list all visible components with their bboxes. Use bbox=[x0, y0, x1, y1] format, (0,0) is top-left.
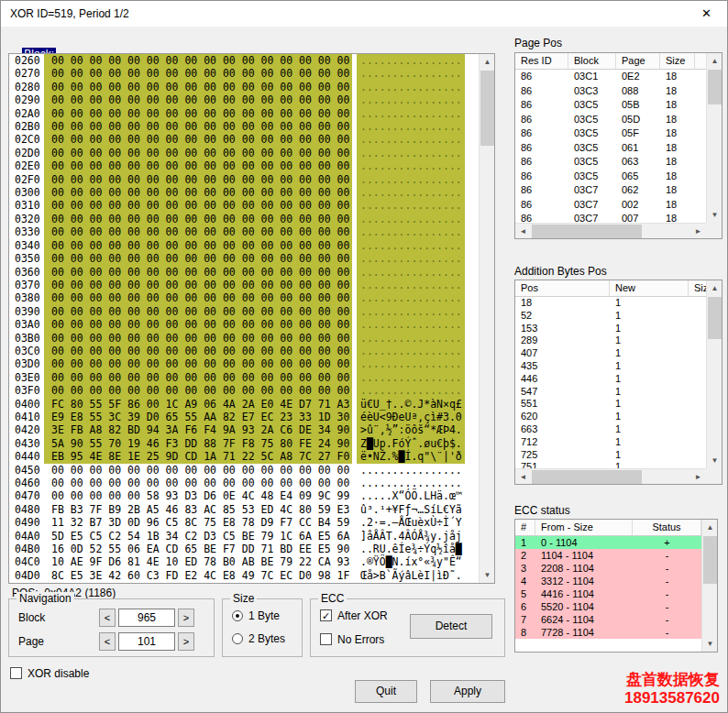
hex-ascii[interactable]: .®ŸÖ█N.íx°«¾y"Ê“ bbox=[357, 555, 465, 568]
hex-ascii[interactable]: ]åÅÂT.4ÂÓÅ¾y.jåj bbox=[357, 530, 465, 543]
hex-ascii[interactable]: ................ bbox=[357, 305, 465, 318]
hex-ascii[interactable]: ................ bbox=[357, 371, 465, 384]
hex-ascii[interactable]: ................ bbox=[357, 173, 465, 186]
hex-row[interactable]: 03C000 00 00 00 00 00 00 00 00 00 00 00 … bbox=[9, 345, 479, 357]
hex-bytes[interactable]: 10 AE 9F D6 81 4E 10 ED 78 B0 AB BE 79 2… bbox=[44, 555, 352, 568]
hex-row[interactable]: 028000 00 00 00 00 00 00 00 00 00 00 00 … bbox=[9, 81, 479, 93]
hex-ascii[interactable]: ................ bbox=[357, 147, 465, 159]
block-next-button[interactable]: > bbox=[178, 609, 194, 627]
hex-ascii[interactable]: éèU<9ÐeUª‚çì#3.0 bbox=[357, 411, 465, 423]
hex-ascii[interactable]: ................ bbox=[357, 477, 465, 489]
hex-bytes[interactable]: 00 00 00 00 00 00 00 00 00 00 00 00 00 0… bbox=[44, 464, 352, 477]
hex-bytes[interactable]: 3E FB A8 82 BD 94 3A F6 F4 9A 93 2A C6 D… bbox=[44, 423, 352, 436]
quit-button[interactable]: Quit bbox=[355, 680, 417, 703]
hex-ascii[interactable]: ................ bbox=[357, 464, 465, 477]
page-pos-row[interactable]: 8603C10E218 bbox=[515, 70, 706, 84]
column-header[interactable]: Size bbox=[660, 53, 695, 70]
addition-bytes-row[interactable]: 181 bbox=[515, 297, 706, 310]
hex-editor[interactable]: 026000 00 00 00 00 00 00 00 00 00 00 00 … bbox=[8, 53, 495, 584]
hex-ascii[interactable]: ................ bbox=[357, 54, 465, 67]
no-errors-checkbox[interactable]: ✓ bbox=[320, 633, 332, 645]
hex-ascii[interactable]: ................ bbox=[357, 186, 465, 199]
hex-row[interactable]: 045000 00 00 00 00 00 00 00 00 00 00 00 … bbox=[9, 464, 479, 477]
page-number-input[interactable] bbox=[118, 632, 175, 651]
hex-bytes[interactable]: 00 00 00 00 00 00 00 00 00 00 00 00 00 0… bbox=[44, 357, 352, 370]
addition-bytes-row[interactable]: 2891 bbox=[515, 335, 706, 347]
hex-ascii[interactable]: ................ bbox=[357, 120, 465, 133]
hex-row[interactable]: 03E000 00 00 00 00 00 00 00 00 00 00 00 … bbox=[9, 371, 479, 384]
hex-row[interactable]: 047000 00 00 00 00 58 93 D3 D6 0E 4C 48 … bbox=[9, 489, 479, 502]
ecc-status-row[interactable]: 87728 - 1104- bbox=[515, 626, 701, 639]
hex-row[interactable]: 0410E9 E8 55 3C 39 D0 65 55 AA 82 E7 EC … bbox=[9, 411, 479, 423]
hex-ascii[interactable]: ................ bbox=[357, 318, 465, 331]
hex-ascii[interactable]: ................ bbox=[357, 266, 465, 279]
hex-bytes[interactable]: 00 00 00 00 00 00 00 00 00 00 00 00 00 0… bbox=[44, 133, 352, 146]
column-header[interactable]: Status bbox=[633, 520, 701, 536]
hex-bytes[interactable]: 00 00 00 00 00 00 00 00 00 00 00 00 00 0… bbox=[44, 305, 352, 318]
addition-bytes-row[interactable]: 6631 bbox=[515, 423, 706, 436]
hex-bytes[interactable]: 16 0D 52 55 06 EA CD 65 BE F7 DD 71 BD E… bbox=[44, 543, 352, 555]
hex-row[interactable]: 035000 00 00 00 00 00 00 00 00 00 00 00 … bbox=[9, 252, 479, 265]
hex-bytes[interactable]: FB B3 7F B9 2B A5 46 83 AC 85 53 ED 4C 8… bbox=[44, 503, 352, 516]
hex-row[interactable]: 046000 00 00 00 00 00 00 00 00 00 00 00 … bbox=[9, 477, 479, 489]
column-header[interactable]: Res ID bbox=[515, 53, 568, 70]
hex-bytes[interactable]: 00 00 00 00 00 00 00 00 00 00 00 00 00 0… bbox=[44, 147, 352, 159]
scroll-up-icon[interactable]: ▲ bbox=[702, 520, 718, 535]
hex-row[interactable]: 04A05D E5 C5 C2 54 1B 34 C2 D3 C5 BE 79 … bbox=[9, 530, 479, 543]
scroll-down-icon[interactable]: ▼ bbox=[480, 567, 495, 583]
hex-row[interactable]: 02D000 00 00 00 00 00 00 00 00 00 00 00 … bbox=[9, 147, 479, 159]
addition-bytes-row[interactable]: 4071 bbox=[515, 347, 706, 360]
hex-row[interactable]: 031000 00 00 00 00 00 00 00 00 00 00 00 … bbox=[9, 199, 479, 212]
hex-bytes[interactable]: 00 00 00 00 00 00 00 00 00 00 00 00 00 0… bbox=[44, 371, 352, 384]
scroll-down-icon[interactable]: ▼ bbox=[707, 453, 722, 468]
hex-ascii[interactable]: ................ bbox=[357, 199, 465, 212]
scrollbar-thumb[interactable] bbox=[703, 536, 717, 584]
hex-row[interactable]: 02C000 00 00 00 00 00 00 00 00 00 00 00 … bbox=[9, 133, 479, 146]
hex-row[interactable]: 03A000 00 00 00 00 00 00 00 00 00 00 00 … bbox=[9, 318, 479, 331]
column-header[interactable]: New bbox=[610, 280, 689, 297]
hex-row[interactable]: 0480FB B3 7F B9 2B A5 46 83 AC 85 53 ED … bbox=[9, 503, 479, 516]
addition-bytes-row[interactable]: 6201 bbox=[515, 411, 706, 423]
page-pos-row[interactable]: 8603C506318 bbox=[515, 155, 706, 170]
column-header[interactable]: # bbox=[515, 520, 535, 536]
scrollbar-thumb[interactable] bbox=[708, 297, 722, 339]
scroll-right-icon[interactable]: ► bbox=[690, 469, 706, 485]
hex-row[interactable]: 032000 00 00 00 00 00 00 00 00 00 00 00 … bbox=[9, 213, 479, 225]
ecc-status-row[interactable]: 76624 - 1104- bbox=[515, 613, 701, 626]
page-pos-row[interactable]: 8603C308818 bbox=[515, 84, 706, 99]
hex-ascii[interactable]: ü€U_†..©.J*àN×q£ bbox=[357, 398, 465, 411]
hex-bytes[interactable]: FC 80 55 5F 86 00 1C A9 06 4A 2A E0 4E D… bbox=[44, 398, 352, 411]
hex-row[interactable]: 02F000 00 00 00 00 00 00 00 00 00 00 00 … bbox=[9, 173, 479, 186]
addition-bytes-row[interactable]: 4461 bbox=[515, 373, 706, 386]
hex-bytes[interactable]: 00 00 00 00 00 00 00 00 00 00 00 00 00 0… bbox=[44, 173, 352, 186]
hex-ascii[interactable]: ................ bbox=[357, 213, 465, 225]
hex-row[interactable]: 0440EB 95 4E 8E 1E 25 9D CD 1A 71 22 5C … bbox=[9, 450, 479, 463]
hex-bytes[interactable]: 00 00 00 00 00 00 00 00 00 00 00 00 00 0… bbox=[44, 252, 352, 265]
hex-ascii[interactable]: ................ bbox=[357, 225, 465, 238]
hex-row[interactable]: 036000 00 00 00 00 00 00 00 00 00 00 00 … bbox=[9, 266, 479, 279]
hex-bytes[interactable]: 00 00 00 00 00 00 00 00 00 00 00 00 00 0… bbox=[44, 159, 352, 172]
hex-row[interactable]: 038000 00 00 00 00 00 00 00 00 00 00 00 … bbox=[9, 291, 479, 304]
hex-scrollbar-thumb[interactable] bbox=[480, 71, 494, 146]
addition-bytes-row[interactable]: 5511 bbox=[515, 398, 706, 411]
ecc-status-row[interactable]: 65520 - 1104- bbox=[515, 600, 701, 613]
hex-bytes[interactable]: 00 00 00 00 00 00 00 00 00 00 00 00 00 0… bbox=[44, 67, 352, 80]
hex-row[interactable]: 03D000 00 00 00 00 00 00 00 00 00 00 00 … bbox=[9, 357, 479, 370]
xor-disable-checkbox[interactable]: ✓ bbox=[10, 667, 22, 679]
hex-bytes[interactable]: 00 00 00 00 00 00 00 00 00 00 00 00 00 0… bbox=[44, 384, 352, 397]
addition-bytes-row[interactable]: 7121 bbox=[515, 436, 706, 449]
hex-row[interactable]: 0400FC 80 55 5F 86 00 1C A9 06 4A 2A E0 … bbox=[9, 398, 479, 411]
ecc-status-row[interactable]: 21104 - 1104- bbox=[515, 549, 701, 562]
hex-vertical-scrollbar[interactable]: ▲ ▼ bbox=[479, 54, 494, 583]
scroll-down-icon[interactable]: ▼ bbox=[702, 636, 718, 652]
one-byte-radio[interactable] bbox=[232, 610, 243, 621]
page-pos-row[interactable]: 8603C505B18 bbox=[515, 98, 706, 113]
hex-bytes[interactable]: 00 00 00 00 00 00 00 00 00 00 00 00 00 0… bbox=[44, 120, 352, 133]
addition-bytes-row[interactable]: 1531 bbox=[515, 323, 706, 335]
page-pos-row[interactable]: 8603C506518 bbox=[515, 170, 706, 184]
hex-bytes[interactable]: 8C E5 3E 42 60 C3 FD E2 4C E8 49 7C EC D… bbox=[44, 569, 352, 582]
addition-bytes-row[interactable]: 521 bbox=[515, 310, 706, 323]
after-xor-checkbox[interactable]: ✓ bbox=[320, 609, 332, 621]
hex-bytes[interactable]: 00 00 00 00 00 00 00 00 00 00 00 00 00 0… bbox=[44, 213, 352, 225]
hex-row[interactable]: 02B000 00 00 00 00 00 00 00 00 00 00 00 … bbox=[9, 120, 479, 133]
